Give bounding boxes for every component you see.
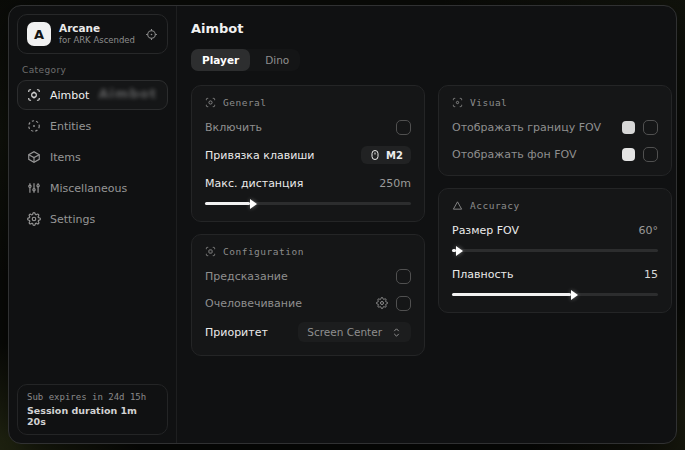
max-distance-row: Макс. дистанция 250m	[205, 175, 411, 191]
max-distance-value: 250m	[379, 177, 411, 190]
category-label: Category	[22, 65, 163, 75]
humanization-checkbox[interactable]	[396, 296, 411, 311]
accuracy-card: Accuracy Размер FOV 60° Плавность 15	[438, 188, 672, 313]
visual-card-header: Visual	[452, 97, 658, 108]
prediction-checkbox[interactable]	[396, 269, 411, 284]
sidebar-item-label: Entities	[50, 120, 91, 133]
keybind-button[interactable]: M2	[361, 146, 411, 164]
enable-checkbox[interactable]	[396, 120, 411, 135]
slider-fill	[205, 202, 250, 205]
brand-logo: A	[27, 22, 51, 46]
right-column: Visual Отображать границу FOV Отображать…	[438, 85, 672, 313]
accuracy-card-title: Accuracy	[470, 200, 520, 211]
cards-grid: General Включить Привязка клавиши	[191, 85, 672, 356]
configuration-card: Configuration Предсказание Очеловечивани…	[191, 234, 425, 356]
visual-card-title: Visual	[470, 97, 507, 108]
tab-bar: Player Dino	[191, 49, 300, 71]
crosshair-scan-icon	[27, 88, 41, 102]
fov-border-color-swatch[interactable]	[622, 121, 635, 134]
package-icon	[27, 150, 41, 164]
focus-icon	[205, 97, 216, 108]
slider-fill	[452, 249, 456, 252]
smoothness-slider[interactable]	[452, 289, 658, 299]
sidebar-nav: Aimbot Aimbot Entities Items	[17, 80, 168, 234]
fov-size-value: 60°	[639, 224, 659, 237]
fov-background-checkbox[interactable]	[643, 147, 658, 162]
fov-border-row: Отображать границу FOV	[452, 119, 658, 135]
brand-name: Arcane	[59, 22, 135, 35]
sidebar-item-label: Miscellaneous	[50, 182, 127, 195]
eye-icon	[452, 97, 463, 108]
slider-track	[452, 249, 658, 252]
prediction-row: Предсказание	[205, 268, 411, 284]
visual-card: Visual Отображать границу FOV Отображать…	[438, 85, 672, 176]
smoothness-row: Плавность 15	[452, 266, 658, 282]
dashed-circle-icon	[27, 119, 41, 133]
main-content: Aimbot Player Dino General	[177, 6, 677, 443]
fov-border-label: Отображать границу FOV	[452, 121, 601, 134]
brand-subtitle: for ARK Ascended	[59, 35, 135, 46]
fov-background-color-swatch[interactable]	[622, 148, 635, 161]
tab-player[interactable]: Player	[191, 49, 250, 71]
chevrons-up-down-icon	[391, 327, 402, 338]
smoothness-label: Плавность	[452, 268, 513, 281]
subscription-info-card: Sub expires in 24d 15h Session duration …	[17, 384, 168, 435]
fov-border-checkbox[interactable]	[643, 120, 658, 135]
sidebar-item-aimbot[interactable]: Aimbot Aimbot	[17, 80, 168, 110]
brand-card: A Arcane for ARK Ascended	[17, 14, 168, 54]
session-duration-text: Session duration 1m 20s	[27, 405, 158, 427]
sidebar-item-settings[interactable]: Settings	[17, 204, 168, 234]
max-distance-slider[interactable]	[205, 198, 411, 208]
sidebar-item-miscellaneous[interactable]: Miscellaneous	[17, 173, 168, 203]
accuracy-card-header: Accuracy	[452, 200, 658, 211]
fov-border-controls	[622, 120, 658, 135]
prediction-label: Предсказание	[205, 270, 288, 283]
priority-dropdown-value: Screen Center	[307, 326, 382, 338]
gear-icon	[27, 212, 41, 226]
sidebar-item-label: Items	[50, 151, 81, 164]
app-window: A Arcane for ARK Ascended Category	[8, 5, 677, 444]
general-card-header: General	[205, 97, 411, 108]
gear-icon[interactable]	[376, 297, 388, 309]
page-title: Aimbot	[191, 21, 672, 36]
keybind-row: Привязка клавиши M2	[205, 146, 411, 164]
humanization-controls	[376, 296, 411, 311]
tab-dino[interactable]: Dino	[254, 49, 300, 71]
priority-label: Приоритет	[205, 326, 268, 339]
smoothness-value: 15	[644, 268, 658, 281]
enable-row: Включить	[205, 119, 411, 135]
sidebar-item-label: Settings	[50, 213, 95, 226]
max-distance-label: Макс. дистанция	[205, 177, 303, 190]
slider-fill	[452, 293, 571, 296]
mouse-icon	[369, 149, 381, 161]
brand-text: Arcane for ARK Ascended	[59, 22, 135, 46]
sidebar-item-entities[interactable]: Entities	[17, 111, 168, 141]
fov-size-slider[interactable]	[452, 245, 658, 255]
configuration-card-title: Configuration	[223, 246, 304, 257]
keybind-label: Привязка клавиши	[205, 149, 315, 162]
configuration-card-header: Configuration	[205, 246, 411, 257]
fov-size-label: Размер FOV	[452, 224, 519, 237]
sub-expires-text: Sub expires in 24d 15h	[27, 392, 158, 402]
tune-icon	[205, 246, 216, 257]
humanization-label: Очеловечивание	[205, 297, 302, 310]
left-column: General Включить Привязка клавиши	[191, 85, 425, 356]
fov-size-row: Размер FOV 60°	[452, 222, 658, 238]
aimbot-ghost-watermark: Aimbot	[98, 86, 157, 101]
priority-row: Приоритет Screen Center	[205, 322, 411, 342]
keybind-value: M2	[386, 150, 403, 161]
sidebar: A Arcane for ARK Ascended Category	[9, 6, 177, 443]
fov-background-row: Отображать фон FOV	[452, 146, 658, 162]
sliders-icon	[27, 181, 41, 195]
priority-dropdown[interactable]: Screen Center	[298, 322, 411, 342]
fov-background-controls	[622, 147, 658, 162]
humanization-row: Очеловечивание	[205, 295, 411, 311]
sidebar-item-items[interactable]: Items	[17, 142, 168, 172]
general-card-title: General	[223, 97, 267, 108]
crosshair-icon[interactable]	[145, 28, 158, 41]
fov-background-label: Отображать фон FOV	[452, 148, 576, 161]
triangle-icon	[452, 200, 463, 211]
general-card: General Включить Привязка клавиши	[191, 85, 425, 222]
enable-label: Включить	[205, 121, 262, 134]
sidebar-item-label: Aimbot	[50, 89, 89, 102]
